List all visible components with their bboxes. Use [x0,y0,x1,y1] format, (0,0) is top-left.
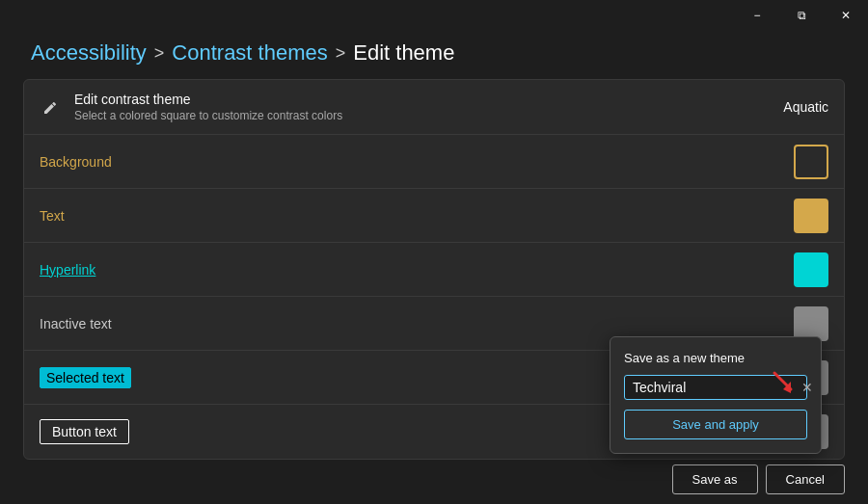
bottom-action-bar: Save as Cancel [0,455,868,504]
color-row-hyperlink: Hyperlink [24,243,844,297]
text-swatch[interactable] [794,199,828,233]
title-bar: − ⧉ ✕ [0,0,868,31]
theme-header-subtitle: Select a colored square to customize con… [74,109,342,122]
save-popup-title: Save as a new theme [624,351,807,365]
arrow-indicator [770,368,799,400]
background-label: Background [40,154,112,170]
edit-theme-icon [40,95,63,119]
color-row-text: Text [24,189,844,243]
breadcrumb-contrast-themes[interactable]: Contrast themes [172,40,327,66]
inactive-text-label: Inactive text [40,316,112,332]
save-as-button[interactable]: Save as [672,464,758,494]
background-swatch[interactable] [794,145,828,179]
current-theme-name: Aquatic [783,99,828,115]
hyperlink-label[interactable]: Hyperlink [40,262,95,278]
hyperlink-swatch[interactable] [794,252,828,287]
button-text-label: Button text [40,419,129,444]
cancel-button[interactable]: Cancel [766,464,845,494]
theme-header-text: Edit contrast theme Select a colored squ… [74,92,342,122]
breadcrumb-edit-theme: Edit theme [353,40,454,66]
color-row-background: Background [24,135,844,189]
clear-input-button[interactable]: ✕ [801,381,813,394]
save-and-apply-button[interactable]: Save and apply [624,410,807,439]
breadcrumb-accessibility[interactable]: Accessibility [31,40,147,66]
theme-header-left: Edit contrast theme Select a colored squ… [40,92,342,122]
breadcrumb: Accessibility > Contrast themes > Edit t… [0,31,868,79]
close-button[interactable]: ✕ [824,0,868,31]
text-label: Text [40,208,65,224]
breadcrumb-separator-1: > [154,43,165,64]
minimize-button[interactable]: − [735,0,779,31]
breadcrumb-separator-2: > [336,43,346,64]
theme-header-title: Edit contrast theme [74,92,342,107]
selected-text-label: Selected text [40,367,131,388]
theme-panel-header: Edit contrast theme Select a colored squ… [24,80,844,135]
maximize-button[interactable]: ⧉ [779,0,824,31]
